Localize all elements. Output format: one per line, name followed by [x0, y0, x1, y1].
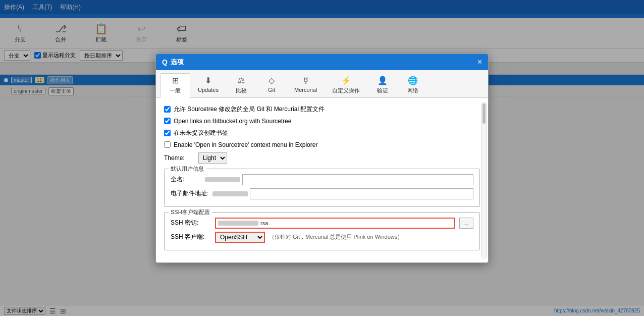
tab-custom-actions[interactable]: ⚡ 自定义操作 — [325, 73, 367, 97]
tab-updates-icon: ⬇ — [205, 76, 211, 85]
modal-overlay: Q 选项 × ⊞ 一般 ⬇ Updates ⚖ 比较 ◇ Git — [0, 0, 644, 97]
tab-mercurial[interactable]: ☿ Mercurial — [287, 73, 325, 97]
options-modal: Q 选项 × ⊞ 一般 ⬇ Updates ⚖ 比较 ◇ Git — [155, 54, 489, 97]
tab-updates-label: Updates — [198, 87, 219, 93]
tab-git-label: Git — [268, 87, 275, 93]
modal-title: Q 选项 — [162, 58, 184, 67]
tab-general-icon: ⊞ — [172, 76, 179, 85]
tab-auth-label: 验证 — [377, 87, 388, 94]
tab-network[interactable]: 🌐 网络 — [398, 73, 428, 97]
tab-auth[interactable]: 👤 验证 — [367, 73, 398, 97]
tab-compare-icon: ⚖ — [238, 76, 245, 85]
tab-mercurial-label: Mercurial — [294, 87, 317, 93]
modal-title-bar: Q 选项 × — [156, 54, 488, 70]
tab-general-label: 一般 — [170, 87, 181, 94]
tab-compare[interactable]: ⚖ 比较 — [226, 73, 256, 97]
tab-network-label: 网络 — [407, 87, 418, 94]
tab-custom-label: 自定义操作 — [332, 87, 360, 94]
tab-mercurial-icon: ☿ — [303, 76, 308, 85]
tab-compare-label: 比较 — [236, 87, 247, 94]
tab-git[interactable]: ◇ Git — [256, 73, 287, 97]
tab-network-icon: 🌐 — [408, 76, 418, 85]
tab-custom-icon: ⚡ — [341, 76, 351, 85]
tab-git-icon: ◇ — [269, 76, 275, 85]
modal-title-icon: Q — [162, 58, 168, 66]
tab-auth-icon: 👤 — [378, 76, 388, 85]
tab-strip: ⊞ 一般 ⬇ Updates ⚖ 比较 ◇ Git ☿ Mercurial ⚡ … — [156, 70, 488, 97]
modal-close-button[interactable]: × — [477, 58, 482, 66]
tab-updates[interactable]: ⬇ Updates — [190, 73, 226, 97]
tab-general[interactable]: ⊞ 一般 — [160, 73, 190, 97]
